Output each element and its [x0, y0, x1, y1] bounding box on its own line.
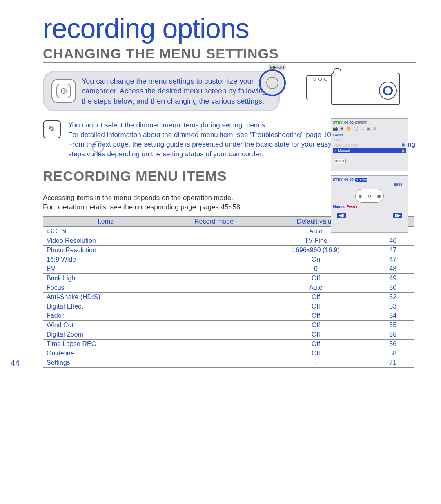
table-cell: On	[260, 255, 372, 264]
table-cell	[168, 302, 260, 311]
table-row: Wind CutOff55	[43, 320, 414, 330]
lcd1-opt-face: Face Detection👤	[333, 143, 406, 148]
lcd1-stby: STBY	[333, 120, 343, 124]
table-cell	[168, 264, 260, 273]
table-row: Anti-Shake (HDIS)Off52	[43, 292, 414, 302]
table-cell: TV Fine	[260, 236, 372, 245]
table-header: Record mode	[168, 216, 260, 226]
battery-icon	[401, 121, 406, 124]
table-cell	[168, 311, 260, 320]
table-row: Back LightOff49	[43, 273, 414, 283]
table-cell: Back Light	[43, 273, 168, 283]
table-cell: Guideline	[43, 349, 168, 358]
table-cell: Auto	[260, 283, 372, 292]
battery-icon	[401, 178, 406, 181]
table-cell: 16:9 Wide	[43, 255, 168, 264]
table-cell: 54	[372, 311, 414, 320]
table-cell	[168, 236, 260, 245]
dpad-icon: 0	[51, 79, 76, 103]
table-cell	[168, 245, 260, 255]
note-icon: ✎	[43, 120, 61, 138]
table-row: Digital ZoomOff55	[43, 330, 414, 339]
page-title: recording options	[43, 12, 416, 44]
table-cell: Off	[260, 311, 372, 320]
table-cell	[168, 349, 260, 358]
table-cell: -	[260, 358, 372, 367]
table-cell: Anti-Shake (HDIS)	[43, 292, 168, 302]
table-cell: Off	[260, 349, 372, 358]
table-cell: 47	[372, 245, 414, 255]
table-cell: Digital Effect	[43, 302, 168, 311]
table-cell: Photo Resolution	[43, 245, 168, 255]
lcd1-time: 00:00	[344, 120, 354, 124]
lcd2-arrow-left: ◀▮	[337, 213, 346, 218]
table-cell: 1696x960 (16:9)	[260, 245, 372, 255]
table-cell: 71	[372, 358, 414, 367]
table-cell: EV	[43, 264, 168, 273]
table-row: Digital EffectOff53	[43, 302, 414, 311]
camcorder-illustration	[306, 65, 408, 110]
intro-callout: 0 You can change the menu settings to cu…	[43, 71, 280, 111]
table-cell: 52	[372, 292, 414, 302]
lcd1-opt-auto: Auto	[333, 138, 406, 142]
table-cell	[168, 292, 260, 302]
lcd2-arrow-right: ▮▶	[393, 213, 402, 218]
table-row: Time Lapse RECOff56	[43, 339, 414, 349]
table-cell: 58	[372, 349, 414, 358]
table-cell: 55	[372, 320, 414, 330]
table-cell: Off	[260, 320, 372, 330]
table-cell: Digital Zoom	[43, 330, 168, 339]
lcd1-opt-manual: Manual🖐	[333, 148, 406, 153]
lcd-screenshot-menu: STBY 00:00 475Min 📷◉✋◯▭▣⧉ Focus Auto Fac…	[331, 118, 408, 171]
table-cell: Fader	[43, 311, 168, 320]
table-cell: 55	[372, 330, 414, 339]
table-row: 16:9 WideOn47	[43, 255, 414, 264]
table-cell: 46	[372, 236, 414, 245]
step-dot-icon	[196, 127, 202, 132]
table-cell: Settings	[43, 358, 168, 367]
table-cell: Time Lapse REC	[43, 339, 168, 349]
table-cell: iSCENE	[43, 226, 168, 236]
table-row: Photo Resolution1696x960 (16:9)47	[43, 245, 414, 255]
lcd1-menu-btn: MENU	[333, 159, 346, 163]
lcd2-time: 00:00	[344, 178, 354, 182]
section-changing-menu: CHANGING THE MENU SETTINGS	[43, 46, 416, 63]
page-number: 44	[11, 358, 20, 368]
table-cell: Off	[260, 292, 372, 302]
lcd2-mf-label: Manual Focus	[333, 204, 406, 209]
table-cell: 47	[372, 255, 414, 264]
table-cell: Wind Cut	[43, 320, 168, 330]
table-cell	[168, 255, 260, 264]
table-cell: Focus	[43, 283, 168, 292]
lcd2-stby: STBY	[333, 178, 343, 182]
table-row: FocusAuto50	[43, 283, 414, 292]
recording-menu-table: ItemsRecord modeDefault valuePage iSCENE…	[43, 216, 414, 368]
table-row: FaderOff54	[43, 311, 414, 320]
table-cell: 56	[372, 339, 414, 349]
intro-text: You can change the menu settings to cust…	[82, 76, 271, 106]
table-cell: 48	[372, 264, 414, 273]
lcd1-remain: 475Min	[355, 121, 368, 124]
table-cell: 49	[372, 273, 414, 283]
table-cell	[168, 339, 260, 349]
lcd1-tabs: 📷◉✋◯▭▣⧉	[333, 125, 406, 132]
step-circle-icon	[92, 141, 104, 153]
table-cell	[168, 273, 260, 283]
table-cell: 53	[372, 302, 414, 311]
lcd2-photo-count: 9999	[333, 182, 402, 187]
table-row: EV048	[43, 264, 414, 273]
table-cell: 50	[372, 283, 414, 292]
lcd-screenshot-manual-focus: STBY 00:00 475Min 9999 ▣↺▣ Manual Focus …	[331, 175, 408, 233]
table-cell	[168, 283, 260, 292]
table-cell	[168, 358, 260, 367]
table-cell: Off	[260, 273, 372, 283]
table-cell: Off	[260, 302, 372, 311]
table-cell	[168, 330, 260, 339]
lcd1-focus-label: Focus	[333, 133, 406, 137]
table-cell: 0	[260, 264, 372, 273]
table-cell: Video Resolution	[43, 236, 168, 245]
table-header: Items	[43, 216, 168, 226]
table-cell: Off	[260, 339, 372, 349]
menu-dial-icon	[259, 69, 286, 96]
table-cell: Off	[260, 330, 372, 339]
